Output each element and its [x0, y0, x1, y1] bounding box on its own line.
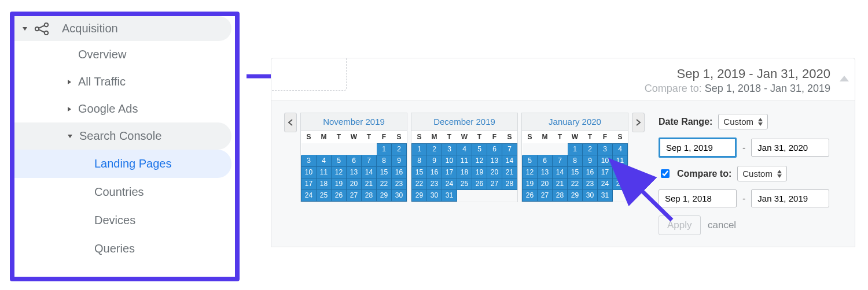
calendar-day[interactable]: 12	[472, 155, 487, 166]
calendar-day[interactable]: 8	[568, 155, 583, 166]
calendar-day[interactable]: 14	[362, 166, 377, 178]
calendar-day[interactable]: 8	[377, 155, 392, 166]
calendar-day[interactable]: 28	[362, 189, 377, 201]
cancel-link[interactable]: cancel	[708, 220, 736, 230]
apply-button[interactable]: Apply	[659, 215, 701, 235]
calendar-day[interactable]: 27	[538, 189, 553, 201]
calendar-day[interactable]: 20	[487, 166, 502, 178]
sidebar-item-all-traffic[interactable]: All Traffic	[14, 68, 235, 95]
calendar-day[interactable]: 21	[553, 178, 568, 189]
calendar-day[interactable]: 24	[442, 178, 457, 189]
calendar-day[interactable]: 29	[568, 189, 583, 201]
calendar-day[interactable]: 9	[392, 155, 407, 166]
calendar-day[interactable]: 5	[332, 155, 347, 166]
calendar-day[interactable]: 19	[332, 178, 347, 189]
calendar-day[interactable]: 18	[613, 166, 628, 178]
calendar-day[interactable]: 12	[332, 166, 347, 178]
calendar-day[interactable]: 27	[347, 189, 362, 201]
collapse-icon[interactable]	[840, 76, 849, 81]
calendar-day[interactable]: 28	[553, 189, 568, 201]
calendar-day[interactable]: 8	[412, 155, 427, 166]
calendar-day[interactable]: 23	[583, 178, 598, 189]
calendar-day[interactable]: 19	[523, 178, 538, 189]
date-range-header[interactable]: Sep 1, 2019 - Jan 31, 2020 Compare to: S…	[271, 58, 855, 101]
calendar-next-button[interactable]	[632, 113, 645, 132]
sidebar-item-google-ads[interactable]: Google Ads	[14, 95, 235, 122]
compare-select[interactable]: Custom	[737, 166, 787, 181]
sidebar-subitem-queries[interactable]: Queries	[14, 235, 235, 263]
calendar-day[interactable]: 4	[457, 143, 472, 155]
calendar-day[interactable]: 11	[317, 166, 332, 178]
calendar-day[interactable]: 25	[317, 189, 332, 201]
calendar-day[interactable]: 17	[598, 166, 613, 178]
calendar-day[interactable]: 13	[538, 166, 553, 178]
sidebar-item-overview[interactable]: Overview	[14, 41, 235, 68]
calendar-day[interactable]: 10	[442, 155, 457, 166]
calendar-day[interactable]: 3	[301, 155, 317, 166]
calendar-day[interactable]: 30	[427, 189, 442, 201]
calendar-day[interactable]: 6	[347, 155, 362, 166]
calendar-day[interactable]: 22	[412, 178, 427, 189]
calendar-day[interactable]: 26	[472, 178, 487, 189]
calendar-day[interactable]: 14	[502, 155, 517, 166]
calendar-day[interactable]: 24	[301, 189, 317, 201]
calendar-day[interactable]: 15	[377, 166, 392, 178]
compare-checkbox[interactable]	[661, 169, 670, 178]
calendar-day[interactable]: 7	[502, 143, 517, 155]
nav-section-acquisition[interactable]: Acquisition	[14, 16, 231, 41]
calendar-day[interactable]: 7	[553, 155, 568, 166]
calendar-day[interactable]: 12	[523, 166, 538, 178]
calendar-day[interactable]: 19	[472, 166, 487, 178]
calendar-day[interactable]: 7	[362, 155, 377, 166]
calendar-day[interactable]: 28	[502, 178, 517, 189]
calendar-day[interactable]: 14	[553, 166, 568, 178]
calendar-day[interactable]: 21	[362, 178, 377, 189]
calendar-day[interactable]: 16	[392, 166, 407, 178]
calendar-day[interactable]: 9	[427, 155, 442, 166]
date-range-select[interactable]: Custom	[718, 114, 768, 129]
calendar-day[interactable]: 10	[598, 155, 613, 166]
calendar-day[interactable]: 18	[317, 178, 332, 189]
calendar-day[interactable]: 10	[301, 166, 317, 178]
compare-start-input[interactable]	[659, 189, 737, 207]
calendar-day[interactable]: 9	[583, 155, 598, 166]
calendar-day[interactable]: 2	[392, 143, 407, 155]
calendar-day[interactable]: 5	[523, 155, 538, 166]
calendar-day[interactable]: 16	[583, 166, 598, 178]
calendar-day[interactable]: 20	[538, 178, 553, 189]
calendar-day[interactable]: 23	[392, 178, 407, 189]
calendar-day[interactable]: 11	[457, 155, 472, 166]
sidebar-subitem-landing-pages[interactable]: Landing Pages	[14, 150, 231, 178]
calendar-day[interactable]: 21	[502, 166, 517, 178]
sidebar-item-search-console[interactable]: Search Console	[14, 122, 231, 150]
compare-end-input[interactable]	[751, 189, 829, 207]
calendar-day[interactable]: 25	[457, 178, 472, 189]
calendar-day[interactable]: 18	[457, 166, 472, 178]
calendar-prev-button[interactable]	[284, 113, 297, 132]
calendar-day[interactable]: 22	[568, 178, 583, 189]
calendar-day[interactable]: 3	[442, 143, 457, 155]
calendar-day[interactable]: 6	[487, 143, 502, 155]
calendar-day[interactable]: 20	[347, 178, 362, 189]
calendar-day[interactable]: 13	[487, 155, 502, 166]
sidebar-subitem-devices[interactable]: Devices	[14, 206, 235, 235]
calendar-day[interactable]: 16	[427, 166, 442, 178]
calendar-day[interactable]: 4	[613, 143, 628, 155]
calendar-day[interactable]: 23	[427, 178, 442, 189]
start-date-input[interactable]	[659, 137, 737, 158]
calendar-day[interactable]: 30	[583, 189, 598, 201]
calendar-day[interactable]: 5	[472, 143, 487, 155]
calendar-day[interactable]: 4	[317, 155, 332, 166]
end-date-input[interactable]	[751, 139, 829, 157]
calendar-day[interactable]: 15	[412, 166, 427, 178]
calendar-day[interactable]: 26	[523, 189, 538, 201]
calendar-day[interactable]: 1	[412, 143, 427, 155]
calendar-day[interactable]: 24	[598, 178, 613, 189]
calendar-day[interactable]: 29	[377, 189, 392, 201]
calendar-day[interactable]: 29	[412, 189, 427, 201]
calendar-day[interactable]: 22	[377, 178, 392, 189]
calendar-day[interactable]: 17	[442, 166, 457, 178]
calendar-day[interactable]: 13	[347, 166, 362, 178]
calendar-day[interactable]: 3	[598, 143, 613, 155]
calendar-day[interactable]: 30	[392, 189, 407, 201]
